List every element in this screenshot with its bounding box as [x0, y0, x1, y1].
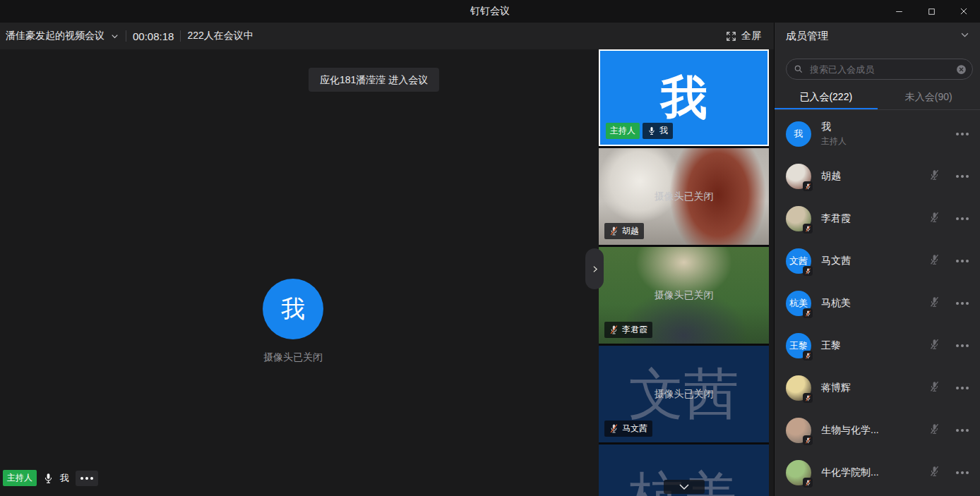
member-row[interactable]: 王黎 王黎 — [775, 325, 980, 367]
video-tile[interactable]: 文茜 摄像头已关闭 马文茜 — [599, 346, 769, 442]
strip-gap — [769, 49, 774, 496]
member-avatar — [786, 460, 811, 485]
video-tile[interactable]: 摄像头已关闭 胡越 — [599, 148, 769, 245]
mic-muted-button[interactable] — [929, 296, 940, 311]
minimize-icon — [895, 7, 904, 16]
video-tile[interactable]: 我 主持人 我 — [599, 49, 769, 146]
close-button[interactable] — [948, 0, 980, 23]
member-avatar: 王黎 — [786, 333, 811, 358]
minimize-button[interactable] — [883, 0, 915, 23]
member-avatar: 杭美 — [786, 291, 811, 316]
tile-camera-off-label: 摄像头已关闭 — [599, 388, 769, 401]
member-name: 生物与化学... — [821, 424, 879, 437]
tile-name-badge: 我 — [643, 123, 673, 139]
mic-muted-mini-badge — [803, 308, 813, 318]
dingtalk-meeting-window: 钉钉会议 潘佳豪发起的视频会议 00 — [0, 0, 980, 496]
mic-muted-icon — [929, 169, 940, 181]
tile-name-badge: 马文茜 — [604, 421, 652, 437]
self-avatar: 我 — [263, 279, 323, 339]
meeting-info-bar: 潘佳豪发起的视频会议 00:08:18 222人在会议中 全屏 — [0, 23, 774, 49]
meeting-title-dropdown[interactable]: 潘佳豪发起的视频会议 — [6, 30, 119, 42]
fullscreen-button[interactable]: 全屏 — [726, 30, 761, 42]
more-options-button[interactable] — [956, 429, 969, 432]
more-options-button[interactable] — [956, 302, 969, 305]
mic-muted-button[interactable] — [929, 465, 940, 480]
panel-title: 成员管理 — [786, 30, 828, 43]
mic-muted-button[interactable] — [929, 423, 940, 438]
more-options-button[interactable] — [956, 175, 969, 178]
member-avatar — [786, 375, 811, 401]
mic-muted-icon — [805, 310, 811, 317]
fullscreen-icon — [726, 31, 736, 42]
chevron-down-icon — [960, 30, 970, 40]
maximize-icon — [927, 7, 936, 16]
member-avatar: 我 — [786, 121, 811, 147]
divider — [126, 30, 126, 42]
member-row[interactable]: 杭美 马杭美 — [775, 282, 980, 325]
more-options-button[interactable] — [956, 387, 969, 389]
mic-muted-button[interactable] — [929, 380, 940, 396]
mic-muted-icon — [609, 423, 619, 434]
collapse-strip-handle[interactable] — [585, 248, 604, 289]
tile-badges: 李君霞 — [604, 322, 652, 338]
member-row[interactable]: 生物与化学... — [775, 409, 980, 452]
panel-header: 成员管理 — [775, 23, 980, 49]
member-row[interactable]: 李君霞 — [775, 198, 980, 240]
more-options-button[interactable] — [956, 344, 969, 347]
camera-off-label: 摄像头已关闭 — [244, 351, 342, 364]
mic-muted-icon — [929, 211, 940, 224]
mic-muted-icon — [929, 380, 940, 393]
panel-collapse-button[interactable] — [960, 30, 970, 42]
mic-muted-mini-badge — [803, 478, 813, 488]
strip-scroll-down-button[interactable] — [664, 480, 705, 494]
clear-search-icon[interactable] — [955, 63, 967, 75]
tile-badges: 胡越 — [604, 223, 644, 239]
window-title: 钉钉会议 — [0, 5, 980, 18]
member-role: 主持人 — [821, 135, 847, 147]
member-row[interactable]: 我 我 主持人 — [775, 113, 980, 155]
member-row[interactable]: 文茜 马文茜 — [775, 240, 980, 282]
member-name: 蒋博辉 — [821, 382, 851, 394]
meeting-title: 潘佳豪发起的视频会议 — [6, 30, 104, 42]
window-titlebar: 钉钉会议 — [0, 0, 980, 23]
chevron-down-icon — [678, 483, 691, 491]
member-row[interactable]: 胡越 — [775, 155, 980, 198]
chevron-down-icon — [110, 32, 119, 41]
mic-muted-button[interactable] — [929, 169, 940, 184]
mic-muted-icon — [929, 465, 940, 478]
tile-name-badge: 李君霞 — [604, 322, 652, 338]
mic-muted-button[interactable] — [929, 211, 940, 226]
more-options-button[interactable] — [956, 471, 969, 474]
tile-badges: 主持人 我 — [606, 123, 673, 139]
mic-muted-button[interactable] — [929, 338, 940, 353]
member-name: 牛化学院制... — [821, 466, 879, 479]
member-row[interactable]: 蒋博辉 — [775, 367, 980, 409]
tab-not-joined[interactable]: 未入会(90) — [878, 86, 980, 109]
member-list: 我 我 主持人 胡越 — [775, 110, 980, 496]
more-options-button[interactable] — [956, 217, 969, 220]
fullscreen-label: 全屏 — [741, 30, 761, 42]
mic-muted-mini-badge — [803, 351, 813, 361]
video-tile[interactable]: 摄像头已关闭 李君霞 — [599, 247, 769, 344]
mic-muted-mini-badge — [803, 224, 813, 234]
search-box[interactable] — [786, 59, 973, 80]
search-icon — [794, 64, 803, 74]
tab-joined[interactable]: 已入会(222) — [775, 86, 878, 109]
mic-on-icon — [647, 126, 656, 136]
host-badge: 主持人 — [606, 123, 640, 139]
mic-muted-icon — [929, 338, 940, 351]
mic-muted-button[interactable] — [929, 253, 940, 269]
member-row[interactable]: 牛化学院制... — [775, 452, 980, 494]
join-notification-toast: 应化181潘滢滢 进入会议 — [309, 68, 439, 92]
mic-muted-icon — [805, 183, 811, 190]
more-options-button[interactable] — [76, 471, 98, 486]
more-options-button[interactable] — [956, 260, 969, 262]
member-name: 李君霞 — [821, 212, 851, 225]
divider — [180, 30, 181, 42]
more-options-button[interactable] — [956, 133, 969, 135]
maximize-button[interactable] — [915, 0, 948, 23]
search-input[interactable] — [808, 63, 950, 75]
mic-muted-icon — [609, 325, 619, 335]
mic-on-icon — [43, 472, 54, 485]
mic-muted-icon — [929, 253, 940, 266]
